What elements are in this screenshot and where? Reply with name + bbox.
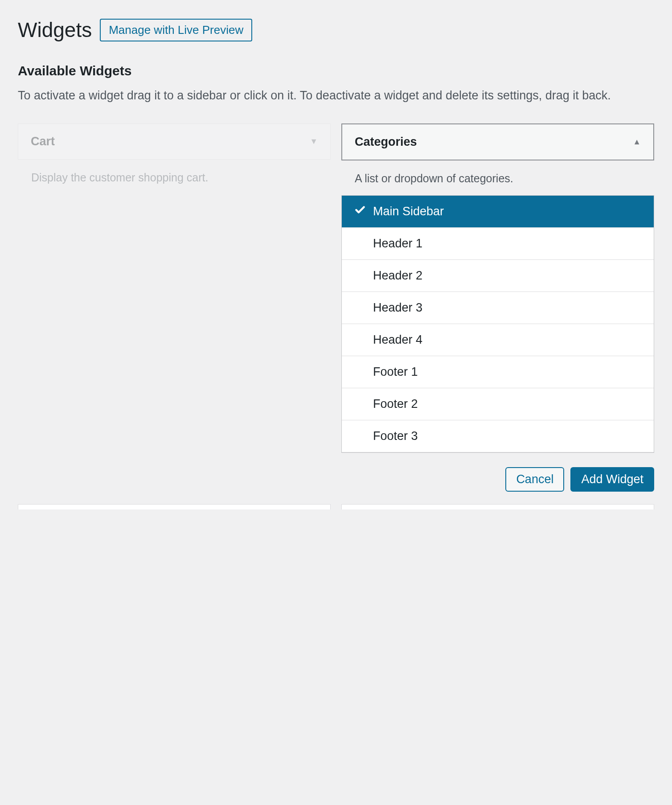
widget-area-label: Footer 3 [373, 429, 418, 443]
page-title: Widgets [18, 18, 92, 42]
widget-cart[interactable]: Cart ▼ [18, 123, 331, 160]
widget-area-label: Header 2 [373, 269, 422, 283]
widget-area-label: Header 4 [373, 333, 422, 347]
widget-categories-description: A list or dropdown of categories. [341, 160, 654, 195]
widget-area-label: Main Sidebar [373, 205, 444, 218]
available-widgets-heading: Available Widgets [18, 63, 654, 78]
widget-box-peek [18, 504, 331, 509]
widget-area-option[interactable]: Header 4 [342, 324, 654, 356]
chevron-down-icon: ▼ [310, 137, 318, 146]
widget-area-option[interactable]: Header 1 [342, 228, 654, 260]
widget-area-option[interactable]: Header 2 [342, 260, 654, 292]
widget-cart-description: Display the customer shopping cart. [18, 160, 331, 194]
widget-area-option[interactable]: Main Sidebar [342, 196, 654, 228]
check-icon [354, 204, 366, 219]
widget-area-option[interactable]: Footer 3 [342, 420, 654, 452]
widget-area-label: Footer 1 [373, 365, 418, 379]
widget-area-label: Footer 2 [373, 397, 418, 411]
next-row-peek [18, 504, 654, 509]
widget-area-chooser: Main SidebarHeader 1Header 2Header 3Head… [341, 195, 654, 453]
widget-area-option[interactable]: Footer 2 [342, 388, 654, 420]
widgets-row: Cart ▼ Display the customer shopping car… [18, 123, 654, 492]
widget-area-option[interactable]: Footer 1 [342, 356, 654, 388]
manage-live-preview-button[interactable]: Manage with Live Preview [100, 19, 252, 41]
widget-column-right: Categories ▲ A list or dropdown of categ… [341, 123, 654, 492]
available-widgets-description: To activate a widget drag it to a sideba… [18, 86, 654, 105]
widget-area-label: Header 3 [373, 301, 422, 315]
widget-area-label: Header 1 [373, 237, 422, 251]
chooser-actions: Cancel Add Widget [341, 461, 654, 492]
cancel-button[interactable]: Cancel [505, 467, 564, 492]
page-header: Widgets Manage with Live Preview [18, 18, 654, 42]
add-widget-button[interactable]: Add Widget [570, 467, 654, 492]
widget-area-option[interactable]: Header 3 [342, 292, 654, 324]
widget-box-peek [341, 504, 654, 509]
widget-name: Cart [31, 135, 55, 148]
widget-categories[interactable]: Categories ▲ [341, 123, 654, 160]
widget-name: Categories [355, 135, 417, 149]
widget-area-list[interactable]: Main SidebarHeader 1Header 2Header 3Head… [342, 196, 654, 452]
widget-column-left: Cart ▼ Display the customer shopping car… [18, 123, 331, 492]
chevron-up-icon: ▲ [633, 137, 641, 147]
